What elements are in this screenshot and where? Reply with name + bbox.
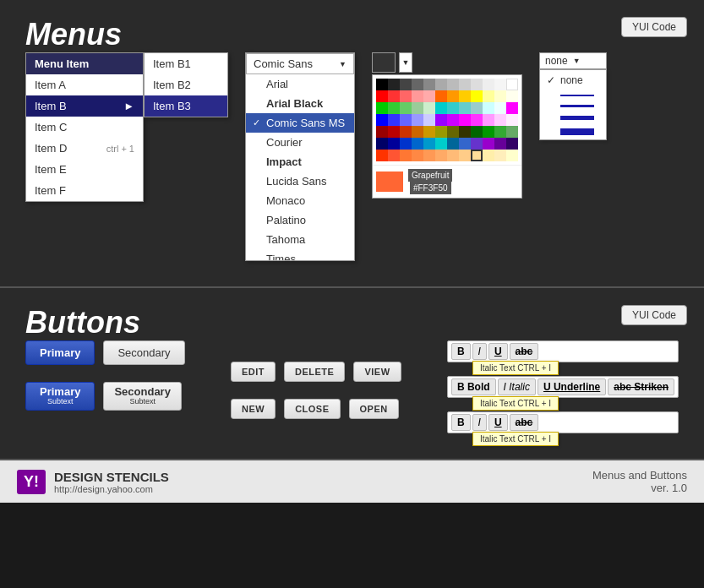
color-swatch-button[interactable] [372,52,396,73]
color-cell[interactable] [447,102,459,114]
color-cell[interactable] [494,150,506,161]
font-item-courier[interactable]: Courier [246,133,354,152]
color-cell[interactable] [423,138,435,150]
italic-btn-3[interactable]: I [472,414,487,431]
color-cell[interactable] [400,126,412,138]
color-cell[interactable] [506,90,518,102]
color-cell[interactable] [388,90,400,102]
edit-button[interactable]: EDIT [231,362,276,382]
color-cell[interactable] [423,102,435,114]
submenu-item-b2[interactable]: Item B2 [145,74,227,95]
color-cell[interactable] [494,79,506,90]
new-button[interactable]: NEW [231,399,276,419]
primary-subtext-button[interactable]: Primary Subtext [25,382,95,411]
color-cell[interactable] [506,79,518,90]
font-item-times[interactable]: Times [246,249,354,260]
color-cell[interactable] [388,102,400,114]
color-cell[interactable] [483,79,494,90]
color-cell[interactable] [471,102,483,114]
color-cell[interactable] [506,150,518,161]
color-cell[interactable] [459,79,471,90]
menu-item-f[interactable]: Item F [26,180,143,201]
color-cell[interactable] [471,138,483,150]
line-style-header[interactable]: none ▼ [539,52,607,69]
line-style-item-thicker[interactable] [540,124,606,139]
color-cell[interactable] [506,138,518,150]
color-cell-selected[interactable] [471,150,483,161]
color-cell[interactable] [494,138,506,150]
color-cell[interactable] [376,90,388,102]
delete-button[interactable]: DELETE [284,362,345,382]
color-cell[interactable] [388,114,400,126]
color-cell[interactable] [400,102,412,114]
color-cell[interactable] [447,126,459,138]
view-button[interactable]: VIEW [353,362,401,382]
color-cell[interactable] [412,150,423,161]
color-cell[interactable] [423,90,435,102]
font-item-monaco[interactable]: Monaco [246,191,354,210]
color-cell[interactable] [459,126,471,138]
font-item-comic-sans[interactable]: ✓Comic Sans MS [246,113,354,133]
color-cell[interactable] [400,90,412,102]
line-style-item-thin[interactable] [540,90,606,101]
italic-btn-1[interactable]: I [472,343,487,360]
color-cell[interactable] [471,90,483,102]
font-select-bar[interactable]: Comic Sans ▼ [246,53,354,74]
color-cell[interactable] [423,126,435,138]
color-cell[interactable] [412,90,423,102]
color-cell[interactable] [376,150,388,161]
color-cell[interactable] [506,102,518,114]
color-cell[interactable] [435,150,447,161]
color-cell[interactable] [494,126,506,138]
menus-yui-code-button[interactable]: YUI Code [621,17,687,37]
color-cell[interactable] [388,126,400,138]
color-cell[interactable] [423,79,435,90]
color-cell[interactable] [447,90,459,102]
menu-item-b[interactable]: Item B ► [26,95,143,117]
open-button[interactable]: OPEN [349,399,399,419]
color-cell[interactable] [459,150,471,161]
font-item-arial-black[interactable]: Arial Black [246,94,354,113]
menu-item-d[interactable]: Item D ctrl + 1 [26,138,143,159]
strike-btn-1[interactable]: abc [510,343,539,360]
underline-btn-3[interactable]: U [488,414,508,431]
menu-item-c[interactable]: Item C [26,117,143,138]
line-style-item-thick[interactable] [540,112,606,124]
color-cell[interactable] [400,138,412,150]
color-cell[interactable] [471,79,483,90]
color-cell[interactable] [412,126,423,138]
color-cell[interactable] [483,102,494,114]
color-cell[interactable] [376,126,388,138]
close-button[interactable]: CLOSE [284,399,340,419]
color-cell[interactable] [388,79,400,90]
color-cell[interactable] [506,114,518,126]
line-style-item-medium[interactable] [540,101,606,112]
color-dropdown-button[interactable]: ▼ [399,52,412,73]
color-cell[interactable] [459,114,471,126]
color-cell[interactable] [506,126,518,138]
color-cell[interactable] [423,114,435,126]
color-cell[interactable] [483,150,494,161]
line-style-item-none[interactable]: ✓ none [540,70,606,90]
color-cell[interactable] [423,150,435,161]
font-item-arial[interactable]: Arial [246,74,354,94]
color-cell[interactable] [412,114,423,126]
color-cell[interactable] [388,138,400,150]
color-cell[interactable] [494,90,506,102]
color-cell[interactable] [483,138,494,150]
color-cell[interactable] [459,138,471,150]
color-cell[interactable] [435,138,447,150]
color-cell[interactable] [447,79,459,90]
buttons-yui-code-button[interactable]: YUI Code [621,305,687,325]
color-cell[interactable] [471,126,483,138]
color-cell[interactable] [400,79,412,90]
secondary-button[interactable]: Secondary [103,340,184,365]
color-cell[interactable] [376,102,388,114]
font-item-lucida[interactable]: Lucida Sans [246,172,354,191]
line-style-arrow[interactable]: ▼ [573,57,581,65]
bold-btn-1[interactable]: B [451,343,471,360]
primary-button[interactable]: Primary [25,340,95,365]
secondary-subtext-button[interactable]: Secondary Subtext [103,382,181,411]
font-item-tahoma[interactable]: Tahoma [246,230,354,249]
font-dropdown-arrow[interactable]: ▼ [339,60,347,68]
